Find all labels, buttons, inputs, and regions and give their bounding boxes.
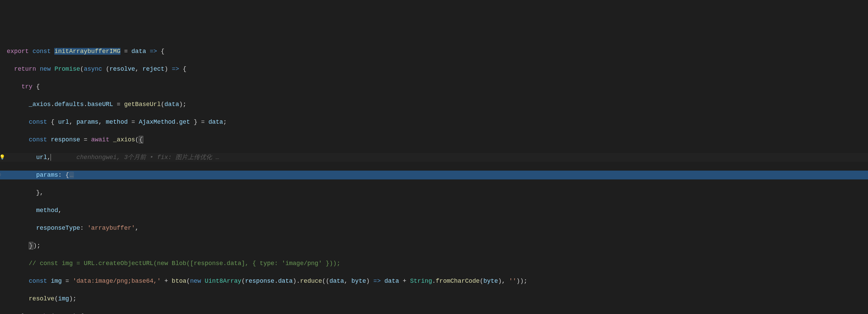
semicolon: ; (37, 242, 40, 249)
paren: ( (241, 278, 245, 284)
paren: ( (186, 278, 190, 284)
string-literal: '' (509, 278, 516, 284)
code-line-active[interactable]: 💡 url, chenhongwei, 3个月前 • fix: 图片上传优化 … (0, 153, 868, 162)
code-line[interactable]: try { (0, 82, 868, 91)
code-line[interactable]: _axios.defaults.baseURL = getBaseUrl(dat… (0, 100, 868, 109)
code-line[interactable]: const response = await _axios({ (0, 135, 868, 144)
paren: (( (322, 278, 329, 284)
code-line-highlighted[interactable]: 〉 params: {… (0, 171, 868, 179)
brace: { (33, 83, 40, 90)
operator: = (113, 101, 124, 108)
comma: , (135, 225, 139, 231)
semicolon: ; (73, 295, 76, 302)
property: baseURL (88, 101, 113, 108)
code-line[interactable]: return new Promise(async (resolve, rejec… (0, 65, 868, 73)
class-name: String (410, 278, 432, 284)
code-editor[interactable]: export const initArraybufferIMG = data =… (0, 35, 868, 314)
brace: { (179, 66, 187, 72)
brace: } = (190, 119, 208, 125)
property: url (36, 154, 47, 161)
indent (7, 154, 36, 161)
keyword-new: new (40, 66, 51, 72)
variable: img (58, 295, 69, 302)
variable: byte (483, 278, 498, 284)
indent (7, 242, 29, 249)
function-call: resolve (29, 295, 55, 302)
code-line[interactable]: responseType: 'arraybuffer', (0, 224, 868, 232)
code-line[interactable]: } catch (error) { (0, 312, 868, 314)
code-line[interactable]: const { url, params, method = AjaxMethod… (0, 118, 868, 126)
function-call: btoa (172, 278, 186, 284)
code-line[interactable]: resolve(img); (0, 294, 868, 303)
semicolon: ; (183, 101, 187, 108)
function-call: _axios (113, 136, 135, 143)
variable: data (208, 119, 223, 125)
dot: . (175, 119, 179, 125)
space (381, 278, 384, 284)
dot: . (296, 278, 300, 284)
space (201, 278, 205, 284)
property: responseType (36, 225, 80, 231)
indent (7, 207, 36, 214)
comma: , (344, 278, 352, 284)
variable: response (245, 278, 274, 284)
code-line[interactable]: method, (0, 206, 868, 215)
operator: = (80, 136, 91, 143)
keyword-export: export (7, 48, 29, 55)
semicolon: ; (223, 119, 227, 125)
indent (7, 83, 21, 90)
git-blame-annotation[interactable]: chenhongwei, 3个月前 • fix: 图片上传优化 … (76, 154, 219, 161)
paren: ), (498, 278, 509, 284)
code-line[interactable]: export const initArraybufferIMG = data =… (0, 47, 868, 56)
code-line[interactable]: }); (0, 241, 868, 250)
function-call: getBaseUrl (124, 101, 161, 108)
indent (7, 225, 36, 231)
variable: response (51, 136, 80, 143)
keyword-await: await (91, 136, 109, 143)
keyword-const: const (29, 278, 47, 284)
indent (7, 278, 29, 284)
property: get (179, 119, 190, 125)
paren: )); (516, 278, 527, 284)
operator: = (128, 119, 138, 125)
arrow: => (146, 48, 161, 55)
colon: : (80, 225, 88, 231)
indent (7, 119, 29, 125)
space (47, 278, 51, 284)
fold-ellipsis[interactable]: … (69, 172, 74, 178)
parameter: byte (352, 278, 366, 284)
dot: . (51, 101, 55, 108)
code-line[interactable]: // const img = URL.createObjectURL(new B… (0, 259, 868, 268)
space (109, 136, 113, 143)
brace-match: { (139, 136, 143, 143)
property: params (36, 172, 58, 178)
variable: _axios (29, 101, 51, 108)
keyword-const: const (33, 48, 51, 55)
function-call: reduce (300, 278, 322, 284)
comma: , (40, 189, 43, 196)
chevron-right-icon[interactable]: 〉 (0, 171, 3, 179)
code-line[interactable]: }, (0, 188, 868, 197)
property: method (36, 207, 58, 214)
class-promise: Promise (54, 66, 80, 72)
indent (7, 136, 29, 143)
paren: ) (165, 66, 172, 72)
arrow: => (172, 66, 179, 72)
paren: ) (179, 101, 183, 108)
variable: data (165, 101, 179, 108)
paren: ) (293, 278, 297, 284)
variable: params (76, 119, 98, 125)
lightbulb-icon[interactable]: 💡 (0, 153, 5, 162)
function-call: fromCharCode (436, 278, 480, 284)
code-line[interactable]: const img = 'data:image/png;base64,' + b… (0, 277, 868, 285)
property: defaults (54, 101, 83, 108)
colon-brace: : { (58, 172, 69, 178)
indent (7, 260, 29, 267)
dot: . (432, 278, 436, 284)
paren: ( (102, 66, 110, 72)
arrow: => (373, 278, 381, 284)
variable: url (58, 119, 69, 125)
indent (7, 66, 14, 72)
paren: ) (69, 295, 73, 302)
variable: method (106, 119, 128, 125)
